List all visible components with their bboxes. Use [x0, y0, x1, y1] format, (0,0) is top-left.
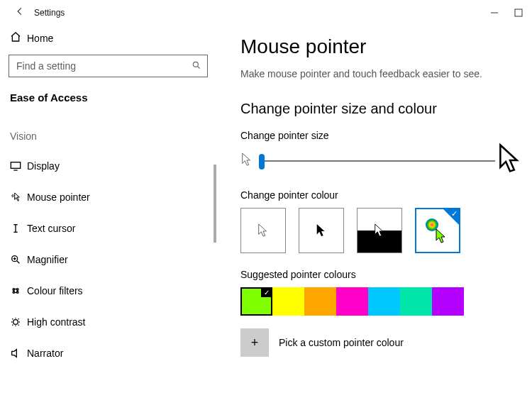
- cursor-small-icon: [240, 152, 253, 170]
- svg-point-16: [13, 292, 15, 294]
- pick-custom-colour-label: Pick a custom pointer colour: [279, 337, 404, 348]
- suggested-swatch[interactable]: [304, 287, 336, 316]
- titlebar: Settings: [0, 0, 532, 26]
- maximize-button[interactable]: [514, 9, 523, 17]
- narrator-icon: [10, 348, 27, 359]
- cursor-large-icon: [497, 142, 524, 180]
- home-button[interactable]: Home: [0, 26, 216, 55]
- slider-thumb[interactable]: [259, 154, 265, 170]
- svg-point-14: [13, 289, 15, 291]
- sidebar-item-label: Text cursor: [27, 223, 75, 234]
- pointer-size-slider[interactable]: [259, 152, 495, 170]
- main-content: Mouse pointer Make mouse pointer and tou…: [216, 26, 532, 405]
- page-title: Mouse pointer: [240, 35, 519, 58]
- magnifier-icon: [10, 254, 27, 265]
- sidebar-item-label: Mouse pointer: [27, 192, 90, 203]
- svg-rect-4: [11, 162, 20, 169]
- svg-line-10: [17, 261, 19, 263]
- home-label: Home: [27, 33, 53, 44]
- page-subtitle: Make mouse pointer and touch feedback ea…: [240, 68, 519, 79]
- minimize-button[interactable]: [489, 9, 499, 17]
- suggested-swatch[interactable]: ✓: [240, 287, 272, 316]
- suggested-swatch[interactable]: [272, 287, 304, 316]
- sidebar-item-label: Colour filters: [27, 285, 83, 296]
- sidebar-item-label: High contrast: [27, 316, 85, 328]
- section-title: Change pointer size and colour: [240, 101, 519, 117]
- high-contrast-icon: [10, 316, 27, 328]
- check-icon: ✓: [261, 287, 272, 297]
- search-box[interactable]: [9, 55, 208, 77]
- pointer-colour-inverted[interactable]: [357, 208, 402, 253]
- mouse-pointer-icon: [10, 192, 27, 203]
- svg-line-3: [198, 66, 200, 68]
- pointer-colour-black[interactable]: [299, 208, 344, 253]
- sidebar-item-narrator[interactable]: Narrator: [0, 338, 216, 369]
- colour-filters-icon: [10, 285, 27, 296]
- category-title: Ease of Access: [0, 87, 216, 125]
- suggested-colours: ✓: [240, 287, 519, 316]
- sidebar-item-colour-filters[interactable]: Colour filters: [0, 275, 216, 306]
- suggested-swatch[interactable]: [336, 287, 368, 316]
- search-input[interactable]: [15, 60, 192, 72]
- check-icon: ✓: [451, 209, 458, 218]
- svg-point-18: [13, 320, 18, 325]
- pointer-colour-white[interactable]: [240, 208, 286, 253]
- sidebar-scrollbar[interactable]: [214, 165, 216, 243]
- sidebar-item-label: Narrator: [27, 348, 63, 359]
- sidebar-item-label: Magnifier: [27, 254, 68, 265]
- plus-icon: +: [251, 335, 259, 350]
- svg-rect-1: [515, 9, 522, 16]
- sidebar-item-text-cursor[interactable]: Text cursor: [0, 213, 216, 244]
- sidebar-item-high-contrast[interactable]: High contrast: [0, 306, 216, 338]
- search-icon: [192, 60, 201, 72]
- suggested-swatch[interactable]: [400, 287, 432, 316]
- back-button[interactable]: [6, 6, 34, 19]
- group-title: Vision: [0, 125, 216, 150]
- suggested-swatch[interactable]: [368, 287, 400, 316]
- sidebar-item-mouse-pointer[interactable]: Mouse pointer: [0, 182, 216, 213]
- home-icon: [10, 31, 27, 45]
- pointer-colour-label: Change pointer colour: [240, 189, 519, 201]
- sidebar-item-label: Display: [27, 160, 60, 172]
- pick-custom-colour-button[interactable]: +: [240, 328, 269, 357]
- pointer-size-label: Change pointer size: [240, 130, 519, 141]
- pointer-colour-custom[interactable]: ✓: [415, 208, 460, 253]
- sidebar-item-magnifier[interactable]: Magnifier: [0, 244, 216, 275]
- display-icon: [10, 161, 27, 171]
- svg-point-2: [193, 62, 198, 67]
- sidebar: Home Ease of Access Vision Display Mouse…: [0, 26, 216, 405]
- suggested-colours-label: Suggested pointer colours: [240, 269, 519, 280]
- sidebar-item-display[interactable]: Display: [0, 150, 216, 182]
- window-title: Settings: [34, 8, 489, 18]
- text-cursor-icon: [10, 223, 27, 234]
- suggested-swatch[interactable]: [432, 287, 464, 316]
